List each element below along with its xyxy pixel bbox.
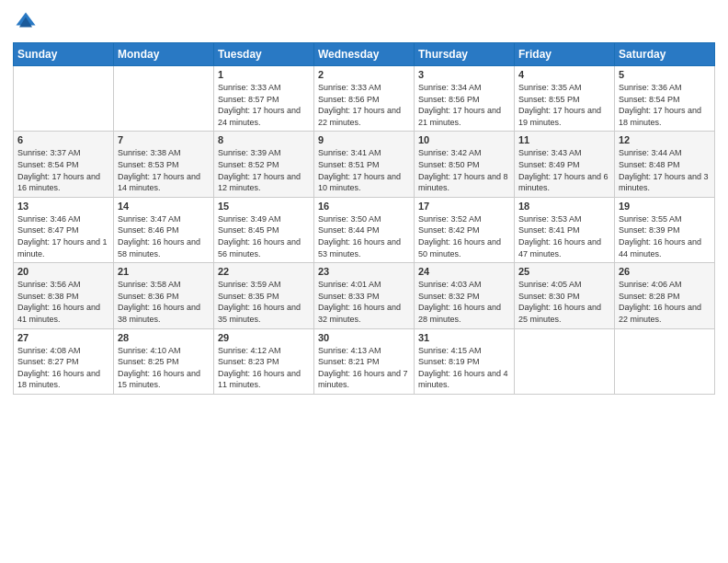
day-info: Sunrise: 4:13 AM Sunset: 8:21 PM Dayligh… xyxy=(318,345,410,391)
weekday-header-tuesday: Tuesday xyxy=(214,43,314,66)
calendar-cell: 7Sunrise: 3:38 AM Sunset: 8:53 PM Daylig… xyxy=(114,132,214,197)
day-number: 27 xyxy=(17,332,109,343)
calendar-cell: 6Sunrise: 3:37 AM Sunset: 8:54 PM Daylig… xyxy=(14,132,114,197)
day-number: 12 xyxy=(619,134,711,145)
day-number: 13 xyxy=(17,201,109,212)
weekday-header-friday: Friday xyxy=(515,43,615,66)
day-info: Sunrise: 3:34 AM Sunset: 8:56 PM Dayligh… xyxy=(418,82,510,128)
day-info: Sunrise: 4:15 AM Sunset: 8:19 PM Dayligh… xyxy=(418,345,510,391)
calendar-cell: 14Sunrise: 3:47 AM Sunset: 8:46 PM Dayli… xyxy=(114,197,214,262)
day-number: 21 xyxy=(118,266,210,277)
calendar-cell: 2Sunrise: 3:33 AM Sunset: 8:56 PM Daylig… xyxy=(314,66,415,132)
calendar-cell: 12Sunrise: 3:44 AM Sunset: 8:48 PM Dayli… xyxy=(615,132,715,197)
calendar-cell: 28Sunrise: 4:10 AM Sunset: 8:25 PM Dayli… xyxy=(114,328,214,394)
day-info: Sunrise: 3:39 AM Sunset: 8:52 PM Dayligh… xyxy=(218,147,310,193)
day-info: Sunrise: 3:44 AM Sunset: 8:48 PM Dayligh… xyxy=(619,147,711,193)
calendar-cell: 1Sunrise: 3:33 AM Sunset: 8:57 PM Daylig… xyxy=(214,66,314,132)
week-row-2: 6Sunrise: 3:37 AM Sunset: 8:54 PM Daylig… xyxy=(14,132,715,197)
day-info: Sunrise: 4:12 AM Sunset: 8:23 PM Dayligh… xyxy=(218,345,310,391)
day-number: 24 xyxy=(418,266,510,277)
day-number: 16 xyxy=(318,201,410,212)
day-number: 15 xyxy=(218,201,310,212)
day-info: Sunrise: 3:46 AM Sunset: 8:47 PM Dayligh… xyxy=(17,213,109,259)
page: SundayMondayTuesdayWednesdayThursdayFrid… xyxy=(0,0,728,563)
calendar-cell: 15Sunrise: 3:49 AM Sunset: 8:45 PM Dayli… xyxy=(214,197,314,262)
calendar-cell: 27Sunrise: 4:08 AM Sunset: 8:27 PM Dayli… xyxy=(14,328,114,394)
calendar-cell xyxy=(515,328,615,394)
week-row-3: 13Sunrise: 3:46 AM Sunset: 8:47 PM Dayli… xyxy=(14,197,715,262)
week-row-1: 1Sunrise: 3:33 AM Sunset: 8:57 PM Daylig… xyxy=(14,66,715,132)
day-number: 20 xyxy=(17,266,109,277)
day-number: 10 xyxy=(418,134,510,145)
day-info: Sunrise: 3:33 AM Sunset: 8:56 PM Dayligh… xyxy=(318,82,410,128)
calendar-cell xyxy=(615,328,715,394)
day-number: 4 xyxy=(518,69,610,80)
day-number: 19 xyxy=(619,201,711,212)
day-info: Sunrise: 3:35 AM Sunset: 8:55 PM Dayligh… xyxy=(518,82,610,128)
calendar-cell: 18Sunrise: 3:53 AM Sunset: 8:41 PM Dayli… xyxy=(515,197,615,262)
day-info: Sunrise: 4:06 AM Sunset: 8:28 PM Dayligh… xyxy=(619,279,711,325)
calendar-cell: 19Sunrise: 3:55 AM Sunset: 8:39 PM Dayli… xyxy=(615,197,715,262)
day-info: Sunrise: 3:43 AM Sunset: 8:49 PM Dayligh… xyxy=(518,147,610,193)
calendar-cell: 25Sunrise: 4:05 AM Sunset: 8:30 PM Dayli… xyxy=(515,263,615,328)
calendar-cell: 4Sunrise: 3:35 AM Sunset: 8:55 PM Daylig… xyxy=(515,66,615,132)
weekday-header-wednesday: Wednesday xyxy=(314,43,415,66)
calendar-cell xyxy=(114,66,214,132)
day-number: 25 xyxy=(518,266,610,277)
logo xyxy=(13,9,42,35)
day-info: Sunrise: 3:55 AM Sunset: 8:39 PM Dayligh… xyxy=(619,213,711,259)
day-info: Sunrise: 3:53 AM Sunset: 8:41 PM Dayligh… xyxy=(518,213,610,259)
day-number: 11 xyxy=(518,134,610,145)
calendar-cell: 30Sunrise: 4:13 AM Sunset: 8:21 PM Dayli… xyxy=(314,328,415,394)
day-info: Sunrise: 3:38 AM Sunset: 8:53 PM Dayligh… xyxy=(118,147,210,193)
day-info: Sunrise: 4:08 AM Sunset: 8:27 PM Dayligh… xyxy=(17,345,109,391)
logo-icon xyxy=(13,9,39,35)
day-info: Sunrise: 3:52 AM Sunset: 8:42 PM Dayligh… xyxy=(418,213,510,259)
calendar-cell: 5Sunrise: 3:36 AM Sunset: 8:54 PM Daylig… xyxy=(615,66,715,132)
day-number: 29 xyxy=(218,332,310,343)
calendar-cell: 26Sunrise: 4:06 AM Sunset: 8:28 PM Dayli… xyxy=(615,263,715,328)
calendar-cell: 29Sunrise: 4:12 AM Sunset: 8:23 PM Dayli… xyxy=(214,328,314,394)
day-info: Sunrise: 3:59 AM Sunset: 8:35 PM Dayligh… xyxy=(218,279,310,325)
calendar-cell: 3Sunrise: 3:34 AM Sunset: 8:56 PM Daylig… xyxy=(415,66,515,132)
calendar-cell: 16Sunrise: 3:50 AM Sunset: 8:44 PM Dayli… xyxy=(314,197,415,262)
calendar-cell: 21Sunrise: 3:58 AM Sunset: 8:36 PM Dayli… xyxy=(114,263,214,328)
weekday-header-sunday: Sunday xyxy=(14,43,114,66)
day-number: 5 xyxy=(619,69,711,80)
day-info: Sunrise: 4:10 AM Sunset: 8:25 PM Dayligh… xyxy=(118,345,210,391)
calendar-cell: 20Sunrise: 3:56 AM Sunset: 8:38 PM Dayli… xyxy=(14,263,114,328)
day-info: Sunrise: 3:41 AM Sunset: 8:51 PM Dayligh… xyxy=(318,147,410,193)
day-number: 8 xyxy=(218,134,310,145)
calendar-cell: 9Sunrise: 3:41 AM Sunset: 8:51 PM Daylig… xyxy=(314,132,415,197)
calendar-cell: 17Sunrise: 3:52 AM Sunset: 8:42 PM Dayli… xyxy=(415,197,515,262)
day-number: 7 xyxy=(118,134,210,145)
weekday-header-row: SundayMondayTuesdayWednesdayThursdayFrid… xyxy=(14,43,715,66)
day-number: 26 xyxy=(619,266,711,277)
calendar-cell: 13Sunrise: 3:46 AM Sunset: 8:47 PM Dayli… xyxy=(14,197,114,262)
weekday-header-saturday: Saturday xyxy=(615,43,715,66)
calendar-cell: 31Sunrise: 4:15 AM Sunset: 8:19 PM Dayli… xyxy=(415,328,515,394)
day-info: Sunrise: 3:50 AM Sunset: 8:44 PM Dayligh… xyxy=(318,213,410,259)
day-info: Sunrise: 4:03 AM Sunset: 8:32 PM Dayligh… xyxy=(418,279,510,325)
day-number: 3 xyxy=(418,69,510,80)
day-number: 6 xyxy=(17,134,109,145)
day-number: 18 xyxy=(518,201,610,212)
day-number: 31 xyxy=(418,332,510,343)
week-row-4: 20Sunrise: 3:56 AM Sunset: 8:38 PM Dayli… xyxy=(14,263,715,328)
day-number: 30 xyxy=(318,332,410,343)
day-info: Sunrise: 4:01 AM Sunset: 8:33 PM Dayligh… xyxy=(318,279,410,325)
weekday-header-monday: Monday xyxy=(114,43,214,66)
weekday-header-thursday: Thursday xyxy=(415,43,515,66)
day-info: Sunrise: 3:47 AM Sunset: 8:46 PM Dayligh… xyxy=(118,213,210,259)
day-info: Sunrise: 3:33 AM Sunset: 8:57 PM Dayligh… xyxy=(218,82,310,128)
day-info: Sunrise: 3:36 AM Sunset: 8:54 PM Dayligh… xyxy=(619,82,711,128)
calendar-cell: 8Sunrise: 3:39 AM Sunset: 8:52 PM Daylig… xyxy=(214,132,314,197)
day-info: Sunrise: 4:05 AM Sunset: 8:30 PM Dayligh… xyxy=(518,279,610,325)
week-row-5: 27Sunrise: 4:08 AM Sunset: 8:27 PM Dayli… xyxy=(14,328,715,394)
day-number: 9 xyxy=(318,134,410,145)
day-number: 28 xyxy=(118,332,210,343)
calendar-cell: 22Sunrise: 3:59 AM Sunset: 8:35 PM Dayli… xyxy=(214,263,314,328)
day-info: Sunrise: 3:58 AM Sunset: 8:36 PM Dayligh… xyxy=(118,279,210,325)
day-number: 17 xyxy=(418,201,510,212)
calendar-cell: 11Sunrise: 3:43 AM Sunset: 8:49 PM Dayli… xyxy=(515,132,615,197)
